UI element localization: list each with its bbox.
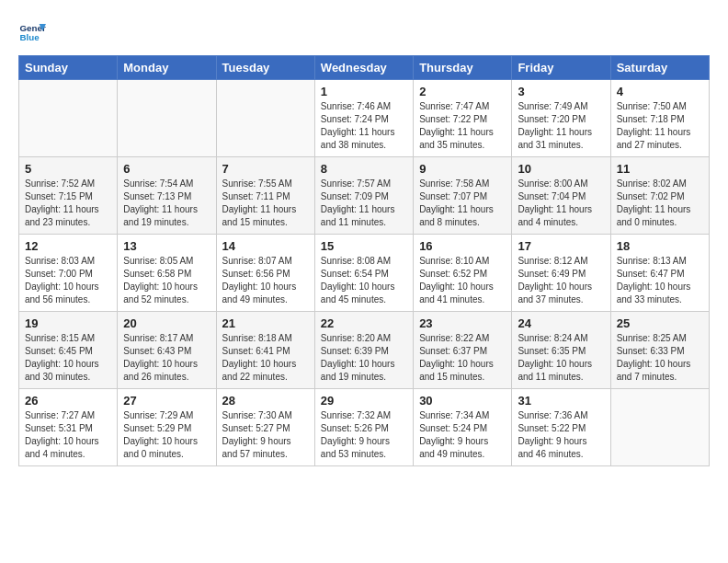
weekday-header-saturday: Saturday [610, 56, 709, 80]
day-info: Sunrise: 8:17 AM Sunset: 6:43 PM Dayligh… [123, 332, 210, 384]
calendar-cell: 5Sunrise: 7:52 AM Sunset: 7:15 PM Daylig… [19, 157, 118, 235]
calendar-table: SundayMondayTuesdayWednesdayThursdayFrid… [18, 55, 710, 466]
day-info: Sunrise: 8:22 AM Sunset: 6:37 PM Dayligh… [419, 332, 506, 384]
logo-icon: General Blue [18, 18, 46, 46]
calendar-cell: 8Sunrise: 7:57 AM Sunset: 7:09 PM Daylig… [314, 157, 413, 235]
calendar-cell: 20Sunrise: 8:17 AM Sunset: 6:43 PM Dayli… [118, 312, 216, 389]
calendar-cell: 23Sunrise: 8:22 AM Sunset: 6:37 PM Dayli… [414, 312, 512, 389]
day-number: 3 [518, 85, 604, 98]
calendar-cell: 16Sunrise: 8:10 AM Sunset: 6:52 PM Dayli… [414, 235, 512, 312]
day-number: 5 [25, 162, 111, 176]
day-info: Sunrise: 7:52 AM Sunset: 7:15 PM Dayligh… [25, 178, 111, 229]
day-number: 27 [123, 394, 210, 408]
day-number: 28 [222, 394, 309, 408]
day-number: 25 [617, 316, 703, 330]
calendar-cell: 28Sunrise: 7:30 AM Sunset: 5:27 PM Dayli… [216, 389, 314, 466]
calendar-cell: 13Sunrise: 8:05 AM Sunset: 6:58 PM Dayli… [118, 235, 216, 312]
day-number: 4 [617, 85, 703, 98]
calendar-week-3: 12Sunrise: 8:03 AM Sunset: 7:00 PM Dayli… [19, 235, 710, 312]
day-number: 8 [321, 162, 407, 176]
day-info: Sunrise: 8:15 AM Sunset: 6:45 PM Dayligh… [25, 332, 111, 384]
day-info: Sunrise: 7:49 AM Sunset: 7:20 PM Dayligh… [518, 100, 604, 152]
calendar-cell: 3Sunrise: 7:49 AM Sunset: 7:20 PM Daylig… [512, 80, 610, 157]
day-number: 16 [419, 239, 506, 253]
day-info: Sunrise: 8:18 AM Sunset: 6:41 PM Dayligh… [222, 332, 309, 384]
calendar-cell: 30Sunrise: 7:34 AM Sunset: 5:24 PM Dayli… [414, 389, 512, 466]
day-number: 17 [518, 239, 604, 253]
day-info: Sunrise: 7:36 AM Sunset: 5:22 PM Dayligh… [518, 409, 604, 461]
calendar-cell: 21Sunrise: 8:18 AM Sunset: 6:41 PM Dayli… [216, 312, 314, 389]
day-info: Sunrise: 8:10 AM Sunset: 6:52 PM Dayligh… [419, 255, 506, 306]
calendar-cell: 25Sunrise: 8:25 AM Sunset: 6:33 PM Dayli… [610, 312, 709, 389]
day-info: Sunrise: 7:34 AM Sunset: 5:24 PM Dayligh… [419, 409, 506, 461]
day-info: Sunrise: 7:54 AM Sunset: 7:13 PM Dayligh… [123, 178, 210, 229]
day-info: Sunrise: 7:30 AM Sunset: 5:27 PM Dayligh… [222, 409, 309, 461]
weekday-header-thursday: Thursday [414, 56, 512, 80]
day-number: 22 [321, 316, 407, 330]
day-number: 19 [25, 316, 111, 330]
day-info: Sunrise: 7:50 AM Sunset: 7:18 PM Dayligh… [617, 100, 703, 152]
calendar-week-2: 5Sunrise: 7:52 AM Sunset: 7:15 PM Daylig… [19, 157, 710, 235]
calendar-cell: 7Sunrise: 7:55 AM Sunset: 7:11 PM Daylig… [216, 157, 314, 235]
day-info: Sunrise: 8:07 AM Sunset: 6:56 PM Dayligh… [222, 255, 309, 306]
calendar-cell: 31Sunrise: 7:36 AM Sunset: 5:22 PM Dayli… [512, 389, 610, 466]
day-info: Sunrise: 8:12 AM Sunset: 6:49 PM Dayligh… [518, 255, 604, 306]
calendar-cell [118, 80, 216, 157]
page-header: General Blue [18, 18, 710, 46]
calendar-cell: 2Sunrise: 7:47 AM Sunset: 7:22 PM Daylig… [414, 80, 512, 157]
day-info: Sunrise: 7:46 AM Sunset: 7:24 PM Dayligh… [321, 100, 407, 152]
day-number: 31 [518, 394, 604, 408]
day-info: Sunrise: 8:13 AM Sunset: 6:47 PM Dayligh… [617, 255, 703, 306]
day-number: 10 [518, 162, 604, 176]
day-info: Sunrise: 7:47 AM Sunset: 7:22 PM Dayligh… [419, 100, 506, 152]
calendar-week-1: 1Sunrise: 7:46 AM Sunset: 7:24 PM Daylig… [19, 80, 710, 157]
logo: General Blue [18, 18, 50, 46]
calendar-cell: 29Sunrise: 7:32 AM Sunset: 5:26 PM Dayli… [314, 389, 413, 466]
weekday-header-monday: Monday [118, 56, 216, 80]
day-info: Sunrise: 7:29 AM Sunset: 5:29 PM Dayligh… [123, 409, 210, 461]
day-number: 9 [419, 162, 506, 176]
weekday-header-friday: Friday [512, 56, 610, 80]
calendar-cell: 11Sunrise: 8:02 AM Sunset: 7:02 PM Dayli… [610, 157, 709, 235]
calendar-cell [216, 80, 314, 157]
weekday-header-wednesday: Wednesday [314, 56, 413, 80]
calendar-cell: 27Sunrise: 7:29 AM Sunset: 5:29 PM Dayli… [118, 389, 216, 466]
calendar-cell: 15Sunrise: 8:08 AM Sunset: 6:54 PM Dayli… [314, 235, 413, 312]
day-number: 14 [222, 239, 309, 253]
weekday-header-tuesday: Tuesday [216, 56, 314, 80]
calendar-cell: 9Sunrise: 7:58 AM Sunset: 7:07 PM Daylig… [414, 157, 512, 235]
calendar-cell: 26Sunrise: 7:27 AM Sunset: 5:31 PM Dayli… [19, 389, 118, 466]
calendar-cell: 12Sunrise: 8:03 AM Sunset: 7:00 PM Dayli… [19, 235, 118, 312]
day-info: Sunrise: 8:25 AM Sunset: 6:33 PM Dayligh… [617, 332, 703, 384]
day-number: 23 [419, 316, 506, 330]
day-number: 1 [321, 85, 407, 98]
calendar-cell: 19Sunrise: 8:15 AM Sunset: 6:45 PM Dayli… [19, 312, 118, 389]
day-number: 13 [123, 239, 210, 253]
day-number: 7 [222, 162, 309, 176]
day-info: Sunrise: 7:57 AM Sunset: 7:09 PM Dayligh… [321, 178, 407, 229]
calendar-week-4: 19Sunrise: 8:15 AM Sunset: 6:45 PM Dayli… [19, 312, 710, 389]
weekday-header-row: SundayMondayTuesdayWednesdayThursdayFrid… [19, 56, 710, 80]
day-number: 11 [617, 162, 703, 176]
day-info: Sunrise: 7:32 AM Sunset: 5:26 PM Dayligh… [321, 409, 407, 461]
day-number: 24 [518, 316, 604, 330]
calendar-cell: 6Sunrise: 7:54 AM Sunset: 7:13 PM Daylig… [118, 157, 216, 235]
day-info: Sunrise: 7:27 AM Sunset: 5:31 PM Dayligh… [25, 409, 111, 461]
day-number: 30 [419, 394, 506, 408]
calendar-cell: 18Sunrise: 8:13 AM Sunset: 6:47 PM Dayli… [610, 235, 709, 312]
day-info: Sunrise: 8:24 AM Sunset: 6:35 PM Dayligh… [518, 332, 604, 384]
day-number: 29 [321, 394, 407, 408]
calendar-cell: 14Sunrise: 8:07 AM Sunset: 6:56 PM Dayli… [216, 235, 314, 312]
day-info: Sunrise: 7:58 AM Sunset: 7:07 PM Dayligh… [419, 178, 506, 229]
day-info: Sunrise: 8:20 AM Sunset: 6:39 PM Dayligh… [321, 332, 407, 384]
day-number: 6 [123, 162, 210, 176]
calendar-cell: 22Sunrise: 8:20 AM Sunset: 6:39 PM Dayli… [314, 312, 413, 389]
calendar-cell: 24Sunrise: 8:24 AM Sunset: 6:35 PM Dayli… [512, 312, 610, 389]
day-info: Sunrise: 7:55 AM Sunset: 7:11 PM Dayligh… [222, 178, 309, 229]
calendar-cell: 17Sunrise: 8:12 AM Sunset: 6:49 PM Dayli… [512, 235, 610, 312]
day-info: Sunrise: 8:08 AM Sunset: 6:54 PM Dayligh… [321, 255, 407, 306]
calendar-cell: 10Sunrise: 8:00 AM Sunset: 7:04 PM Dayli… [512, 157, 610, 235]
day-number: 2 [419, 85, 506, 98]
day-number: 20 [123, 316, 210, 330]
calendar-week-5: 26Sunrise: 7:27 AM Sunset: 5:31 PM Dayli… [19, 389, 710, 466]
